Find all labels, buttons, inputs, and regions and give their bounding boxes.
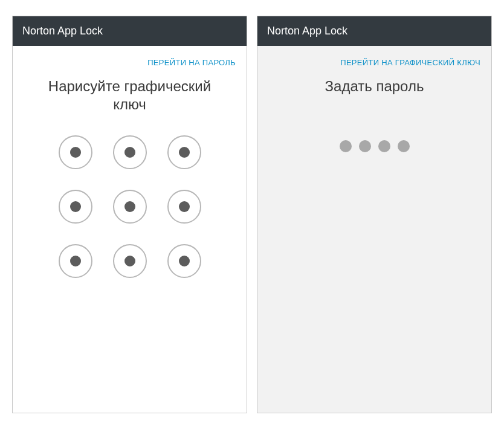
password-lock-screen: Norton App Lock ПЕРЕЙТИ НА ГРАФИЧЕСКИЙ К… (257, 16, 492, 413)
pin-indicator (257, 140, 491, 152)
pattern-node[interactable] (59, 244, 92, 278)
app-title: Norton App Lock (22, 25, 103, 37)
pin-dot-icon (359, 140, 371, 152)
dot-icon (124, 147, 135, 158)
pattern-node[interactable] (167, 190, 201, 224)
pattern-grid[interactable] (13, 135, 247, 278)
pattern-node[interactable] (113, 244, 147, 278)
pattern-node[interactable] (167, 244, 201, 278)
pattern-node[interactable] (167, 135, 201, 169)
pin-dot-icon (340, 140, 352, 152)
pin-dot-icon (398, 140, 410, 152)
switch-to-pattern-link[interactable]: ПЕРЕЙТИ НА ГРАФИЧЕСКИЙ КЛЮЧ (340, 58, 480, 67)
pattern-node[interactable] (59, 190, 92, 224)
pattern-node[interactable] (113, 135, 147, 169)
dot-icon (179, 147, 190, 158)
switch-to-password-link[interactable]: ПЕРЕЙТИ НА ПАРОЛЬ (147, 58, 236, 67)
instruction-text: Задать пароль (257, 73, 491, 114)
dot-icon (70, 256, 81, 266)
app-header: Norton App Lock (13, 16, 247, 46)
dot-icon (124, 256, 135, 266)
pin-dot-icon (378, 140, 390, 152)
dot-icon (179, 256, 190, 266)
app-header: Norton App Lock (257, 16, 491, 46)
dot-icon (179, 201, 190, 212)
dot-icon (70, 147, 81, 158)
dot-icon (124, 201, 135, 212)
dot-icon (70, 201, 81, 212)
switch-mode-container: ПЕРЕЙТИ НА ПАРОЛЬ (13, 46, 247, 73)
app-title: Norton App Lock (267, 25, 347, 37)
instruction-text: Нарисуйте графический ключ (13, 73, 247, 132)
pattern-lock-screen: Norton App Lock ПЕРЕЙТИ НА ПАРОЛЬ Нарису… (12, 16, 247, 413)
pattern-node[interactable] (59, 135, 92, 169)
switch-mode-container: ПЕРЕЙТИ НА ГРАФИЧЕСКИЙ КЛЮЧ (257, 46, 491, 73)
pattern-node[interactable] (113, 190, 147, 224)
